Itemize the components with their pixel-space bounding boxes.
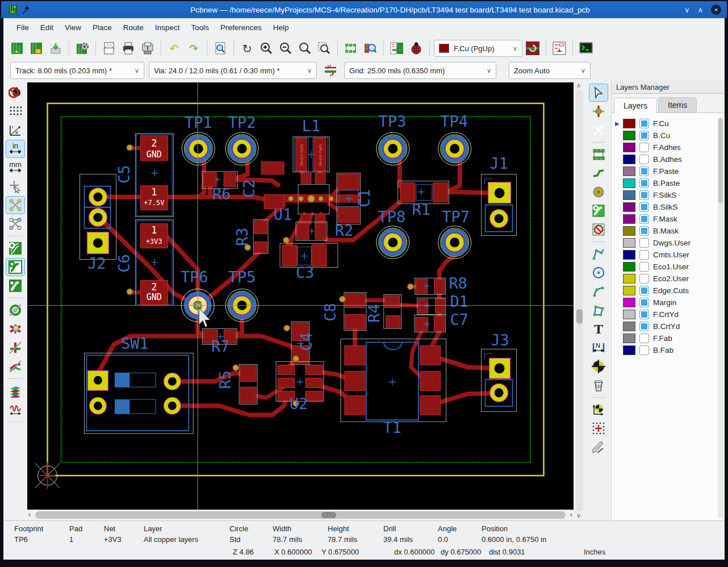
select-tool-button[interactable] xyxy=(589,84,608,101)
drc-off-button[interactable] xyxy=(6,84,24,101)
layer-visibility-checkbox[interactable] xyxy=(639,178,649,188)
layer-selector[interactable]: F.Cu (PgUp) ∨ xyxy=(434,40,522,57)
schematic-editor-button[interactable] xyxy=(550,39,568,57)
route-tracks-button[interactable] xyxy=(589,165,608,182)
find-button[interactable] xyxy=(211,39,229,57)
layer-visibility-checkbox[interactable] xyxy=(639,166,649,176)
update-pcb-from-schematic-button[interactable] xyxy=(388,39,406,57)
cursor-shape-button[interactable] xyxy=(6,178,24,195)
menu-item-place[interactable]: Place xyxy=(87,21,117,34)
redo-button[interactable]: ↷ xyxy=(185,39,203,57)
layer-row-B.Paste[interactable]: B.Paste xyxy=(615,177,725,189)
add-graphic-line-button[interactable] xyxy=(589,245,608,262)
add-footprint-button[interactable] xyxy=(589,146,608,163)
layer-visibility-checkbox[interactable] xyxy=(639,214,649,224)
layer-pair-button[interactable] xyxy=(524,39,542,57)
layer-visibility-checkbox[interactable] xyxy=(639,333,649,343)
layer-color-swatch[interactable] xyxy=(623,238,635,248)
tracks-outline-mode-button[interactable] xyxy=(6,358,24,375)
component-j1[interactable] xyxy=(482,174,517,236)
component-c7[interactable] xyxy=(415,315,446,332)
layer-row-Edge.Cuts[interactable]: Edge.Cuts xyxy=(615,285,725,297)
auto-track-width-button[interactable] xyxy=(321,61,340,80)
layer-row-Eco2.User[interactable]: Eco2.User xyxy=(615,273,725,285)
delete-tool-button[interactable] xyxy=(589,377,608,394)
layer-visibility-checkbox[interactable] xyxy=(639,238,649,248)
layer-visibility-checkbox[interactable] xyxy=(639,131,649,140)
layer-row-F.CrtYd[interactable]: F.CrtYd xyxy=(615,308,725,320)
layer-row-B.Fab[interactable]: B.Fab xyxy=(615,344,725,356)
layer-row-F.Paste[interactable]: F.Paste xyxy=(615,165,725,177)
scroll-down-arrow[interactable]: ∨ xyxy=(576,512,581,519)
print-button[interactable] xyxy=(119,39,137,57)
measure-tool-button[interactable] xyxy=(589,439,608,456)
tracks-sketch-button[interactable] xyxy=(6,259,24,276)
panel-scrollbar[interactable] xyxy=(718,117,723,518)
add-text-button[interactable]: T xyxy=(589,320,608,337)
layer-row-B.CrtYd[interactable]: B.CrtYd xyxy=(615,320,725,332)
layer-visibility-checkbox[interactable] xyxy=(639,119,649,128)
layer-visibility-checkbox[interactable] xyxy=(639,155,649,164)
layer-color-swatch[interactable] xyxy=(623,166,635,176)
grid-origin-button[interactable] xyxy=(589,420,608,437)
vias[interactable] xyxy=(127,145,413,406)
layer-color-swatch[interactable] xyxy=(623,333,635,343)
layer-visibility-checkbox[interactable] xyxy=(639,226,649,236)
grid-visibility-button[interactable] xyxy=(6,103,24,120)
layer-row-Dwgs.User[interactable]: Dwgs.User xyxy=(615,237,725,249)
layer-visibility-checkbox[interactable] xyxy=(639,286,649,295)
component-r2[interactable] xyxy=(296,222,327,241)
layer-visibility-checkbox[interactable] xyxy=(639,345,649,355)
layer-row-Eco1.User[interactable]: Eco1.User xyxy=(615,261,725,273)
footprint-browser-button[interactable] xyxy=(361,39,379,57)
new-board-button[interactable] xyxy=(8,39,26,57)
plot-button[interactable] xyxy=(139,39,157,57)
highlight-net-button[interactable] xyxy=(589,103,608,120)
drill-place-origin-button[interactable] xyxy=(589,401,608,418)
layer-visibility-checkbox[interactable] xyxy=(639,143,649,152)
menu-item-view[interactable]: View xyxy=(60,21,86,34)
add-target-button[interactable] xyxy=(589,358,608,375)
menu-item-edit[interactable]: Edit xyxy=(35,21,58,34)
add-graphic-arc-button[interactable] xyxy=(589,283,608,300)
high-contrast-mode-button[interactable] xyxy=(6,382,24,399)
ratsnest-hide-button[interactable] xyxy=(6,215,24,232)
minimize-button[interactable]: ∨ xyxy=(684,6,690,14)
layer-visibility-checkbox[interactable] xyxy=(639,202,649,212)
component-r5[interactable] xyxy=(239,364,257,404)
refresh-view-button[interactable]: ↻ xyxy=(238,39,256,57)
menu-item-tools[interactable]: Tools xyxy=(186,21,214,34)
layer-row-Margin[interactable]: Margin xyxy=(615,297,725,308)
board-setup-button[interactable] xyxy=(73,39,91,57)
polar-coords-button[interactable]: rθ xyxy=(6,122,24,139)
microwave-tools-button[interactable] xyxy=(6,401,24,418)
layer-color-swatch[interactable] xyxy=(623,155,635,164)
panel-scroll-handle[interactable] xyxy=(718,118,723,203)
layer-color-swatch[interactable] xyxy=(623,322,635,331)
layer-color-swatch[interactable] xyxy=(623,298,635,307)
layer-color-swatch[interactable] xyxy=(623,262,635,272)
layer-row-B.Adhes[interactable]: B.Adhes xyxy=(615,153,725,165)
tab-items[interactable]: Items xyxy=(658,97,697,112)
component-r8[interactable] xyxy=(415,278,446,295)
add-graphic-polygon-button[interactable] xyxy=(589,302,608,319)
tab-layers[interactable]: Layers xyxy=(614,98,657,113)
menu-item-inspect[interactable]: Inspect xyxy=(150,21,185,34)
component-l1[interactable] xyxy=(293,137,329,172)
layer-row-F.SilkS[interactable]: F.SilkS xyxy=(615,189,725,201)
undo-button[interactable]: ↶ xyxy=(165,39,183,57)
menu-item-help[interactable]: Help xyxy=(268,21,294,34)
zoom-out-button[interactable] xyxy=(277,39,295,57)
layer-row-F.Cu[interactable]: ▶F.Cu xyxy=(615,118,725,130)
layer-row-F.Mask[interactable]: F.Mask xyxy=(615,213,725,225)
layer-row-F.Fab[interactable]: F.Fab xyxy=(615,332,725,344)
footprint-editor-button[interactable] xyxy=(342,39,360,57)
layer-row-B.Cu[interactable]: B.Cu xyxy=(615,130,725,141)
layer-row-F.Adhes[interactable]: F.Adhes xyxy=(615,141,725,153)
drc-button[interactable] xyxy=(407,39,425,57)
layer-row-Cmts.User[interactable]: Cmts.User xyxy=(615,249,725,261)
horizontal-scrollbar[interactable]: ‹ › xyxy=(27,510,574,520)
layer-visibility-checkbox[interactable] xyxy=(639,322,649,331)
component-t1[interactable] xyxy=(341,339,446,422)
component-d1[interactable] xyxy=(417,298,446,315)
